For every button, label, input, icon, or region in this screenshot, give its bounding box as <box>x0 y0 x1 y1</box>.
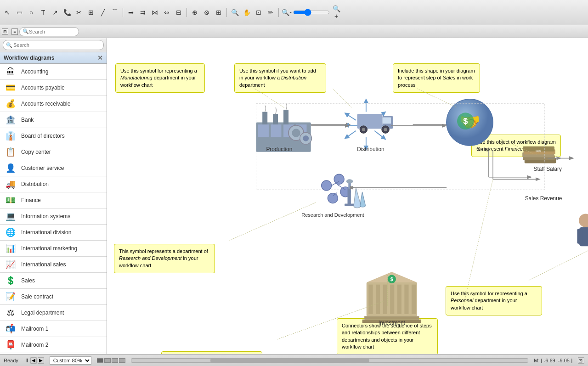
production-label: Production <box>266 146 292 152</box>
sep1 <box>123 8 123 17</box>
legal-department-icon: ⚖ <box>4 306 17 319</box>
page-dot-1[interactable] <box>97 358 103 363</box>
sales-icon: 💲 <box>4 274 17 287</box>
investment-label: Investment <box>379 320 406 326</box>
crop-tool[interactable]: ✂ <box>74 7 85 18</box>
svg-line-87 <box>230 203 316 241</box>
pause-button[interactable]: ⏸ <box>24 357 29 364</box>
text-tool[interactable]: T <box>38 7 49 18</box>
sep2 <box>187 8 187 17</box>
grid-toggle[interactable]: ⊞ <box>2 28 8 35</box>
svg-line-91 <box>464 179 493 305</box>
sidebar-title-bar: Workflow diagrams ✕ <box>0 52 107 64</box>
svg-rect-63 <box>412 285 416 314</box>
sidebar-item-board-of-directors[interactable]: 👔Board of directors <box>0 128 107 144</box>
zoom-in-tool[interactable]: 🔍 <box>229 7 240 18</box>
panel-toggle[interactable]: ≡ <box>11 28 18 35</box>
secondary-toolbar: ⊞ ≡ 🔍 <box>0 25 588 38</box>
arrow-tool[interactable]: ➡ <box>125 7 136 18</box>
horizontal-scrollbar[interactable] <box>131 358 528 363</box>
svg-rect-28 <box>383 117 391 124</box>
svg-point-23 <box>292 129 300 137</box>
sidebar-item-mailroom-1[interactable]: 📬Mailroom 1 <box>0 321 107 337</box>
sidebar-search-input[interactable] <box>3 40 104 50</box>
curve-tool[interactable]: ⌒ <box>109 7 120 18</box>
next-page-button[interactable]: ▶ <box>38 357 44 364</box>
sales-label: Sales <box>477 146 491 152</box>
prev-page-button[interactable]: ◀ <box>30 357 37 364</box>
svg-rect-54 <box>348 183 351 189</box>
canvas-svg: Production Distribution 🤝 <box>107 38 588 354</box>
ellipse-tool[interactable]: ○ <box>26 7 37 18</box>
svg-point-55 <box>346 179 353 183</box>
sales-revenue-label: Sales Revenue <box>525 195 562 202</box>
sep4 <box>278 8 279 17</box>
table-tool[interactable]: ⊞ <box>85 7 96 18</box>
page-dot-2[interactable] <box>104 358 111 363</box>
sidebar: 🔍 Workflow diagrams ✕ 🏛Accounting💳Accoun… <box>0 38 107 354</box>
finance-icon: $$$ <box>522 146 556 163</box>
international-division-icon: 🌐 <box>4 226 17 239</box>
sidebar-item-online-booking[interactable]: 🖥Online booking <box>0 353 107 354</box>
sidebar-item-mailroom-2[interactable]: 📮Mailroom 2 <box>0 337 107 353</box>
sidebar-item-accounts-receivable[interactable]: 💰Accounts receivable <box>0 96 107 112</box>
pan-tool[interactable]: ✋ <box>241 7 252 18</box>
sidebar-item-international-marketing[interactable]: 📊International marketing <box>0 241 107 257</box>
accounting-icon: 🏛 <box>4 65 17 78</box>
board-of-directors-icon: 👔 <box>4 130 17 142</box>
svg-rect-59 <box>383 285 387 314</box>
sidebar-list: 🏛Accounting💳Accounts payable💰Accounts re… <box>0 64 107 354</box>
sidebar-close-button[interactable]: ✕ <box>97 54 103 62</box>
mailroom-2-label: Mailroom 2 <box>21 342 48 348</box>
sidebar-item-international-sales[interactable]: 📈International sales <box>0 257 107 273</box>
information-systems-label: Information systems <box>21 213 70 220</box>
phone-tool[interactable]: 📞 <box>62 7 73 18</box>
svg-text:$: $ <box>390 276 393 282</box>
sep3 <box>226 8 227 17</box>
investment-icon: $ <box>362 272 421 323</box>
svg-line-83 <box>255 89 284 107</box>
flow-tool[interactable]: ⇉ <box>137 7 148 18</box>
zoom-in-btn[interactable]: 🔍+ <box>331 7 342 18</box>
svg-rect-53 <box>345 204 354 206</box>
sidebar-item-legal-department[interactable]: ⚖Legal department <box>0 305 107 321</box>
sidebar-item-international-division[interactable]: 🌐International division <box>0 225 107 241</box>
pointer-tool[interactable]: ↖ <box>2 7 13 18</box>
svg-point-69 <box>579 214 588 227</box>
sidebar-item-copy-center[interactable]: 📋Copy center <box>0 144 107 160</box>
sidebar-item-sales[interactable]: 💲Sales <box>0 273 107 289</box>
zoom-out-btn[interactable]: 🔍- <box>281 7 292 18</box>
zoom-slider[interactable] <box>293 9 330 16</box>
line-tool[interactable]: ╱ <box>97 7 108 18</box>
connect-tool[interactable]: ↗ <box>50 7 61 18</box>
main-toolbar: ↖ ▭ ○ T ↗ 📞 ✂ ⊞ ╱ ⌒ ➡ ⇉ ⋈ ⇔ ⊟ ⊕ ⊗ ⊞ 🔍 ✋ … <box>0 0 588 25</box>
page-dot-3[interactable] <box>112 358 118 363</box>
swimlane-tool[interactable]: ⊟ <box>173 7 184 18</box>
network-tool1[interactable]: ⊕ <box>189 7 200 18</box>
sidebar-item-distribution[interactable]: 🚚Distribution <box>0 176 107 192</box>
information-systems-icon: 💻 <box>4 210 17 223</box>
network-tool2[interactable]: ⊗ <box>201 7 212 18</box>
svg-rect-20 <box>273 114 278 124</box>
sidebar-item-accounting[interactable]: 🏛Accounting <box>0 64 107 80</box>
sidebar-item-information-systems[interactable]: 💻Information systems <box>0 208 107 225</box>
main-search-input[interactable] <box>19 27 79 36</box>
legal-department-label: Legal department <box>21 310 64 316</box>
rect-tool[interactable]: ▭ <box>14 7 25 18</box>
fit-page-button[interactable]: ⊡ <box>578 357 584 364</box>
network-tool3[interactable]: ⊞ <box>213 7 224 18</box>
svg-point-32 <box>384 128 387 131</box>
sidebar-item-accounts-payable[interactable]: 💳Accounts payable <box>0 80 107 96</box>
sidebar-item-customer-service[interactable]: 👤Customer service <box>0 160 107 176</box>
sidebar-item-finance[interactable]: 💵Finance <box>0 192 107 208</box>
zoom-selector[interactable]: Custom 80% 50% 75% 100% 125% 150% <box>50 356 91 365</box>
select-tool[interactable]: ⊡ <box>253 7 264 18</box>
canvas-area[interactable]: Use this symbol for representing a Manuf… <box>107 38 588 354</box>
pencil-tool[interactable]: ✏ <box>265 7 276 18</box>
sidebar-item-sale-contract[interactable]: 📝Sale contract <box>0 289 107 305</box>
branch-tool[interactable]: ⋈ <box>149 7 160 18</box>
parallel-tool[interactable]: ⇔ <box>161 7 172 18</box>
mailroom-1-icon: 📬 <box>4 322 17 335</box>
page-dot-4[interactable] <box>119 358 125 363</box>
sidebar-item-bank[interactable]: 🏦Bank <box>0 112 107 128</box>
